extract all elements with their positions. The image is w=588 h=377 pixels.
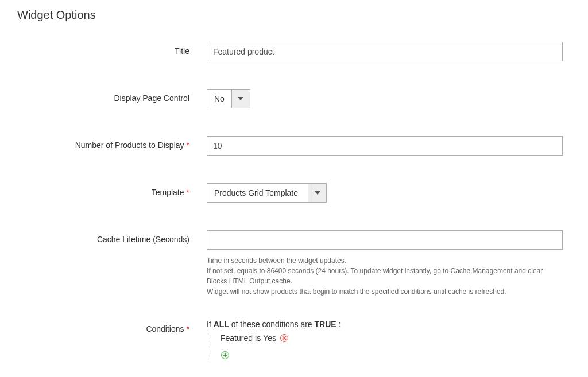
add-icon [220,351,230,360]
conditions-editor: If ALL of these conditions are TRUE : Fe… [207,320,563,360]
section-title: Widget Options [17,6,571,22]
add-condition-button[interactable] [220,351,563,360]
display-page-control-label: Display Page Control [17,89,207,103]
title-label: Title [17,42,207,56]
chevron-down-icon [308,184,326,202]
cache-lifetime-help: Time in seconds between the widget updat… [207,255,563,297]
remove-condition-icon[interactable] [278,333,289,343]
num-products-label: Number of Products to Display* [17,136,207,150]
condition-rule[interactable]: Featured is Yes [220,333,563,343]
num-products-input[interactable] [207,136,563,156]
chevron-down-icon [231,90,250,108]
title-input[interactable] [207,42,563,61]
display-page-control-select[interactable]: No [207,89,250,108]
conditions-label: Conditions* [17,320,207,333]
cache-lifetime-label: Cache Lifetime (Seconds) [17,230,207,244]
template-label: Template* [17,183,207,197]
cache-lifetime-input[interactable] [207,230,563,250]
template-select[interactable]: Products Grid Template [207,183,327,203]
conditions-combiner[interactable]: If ALL of these conditions are TRUE : [207,320,563,329]
